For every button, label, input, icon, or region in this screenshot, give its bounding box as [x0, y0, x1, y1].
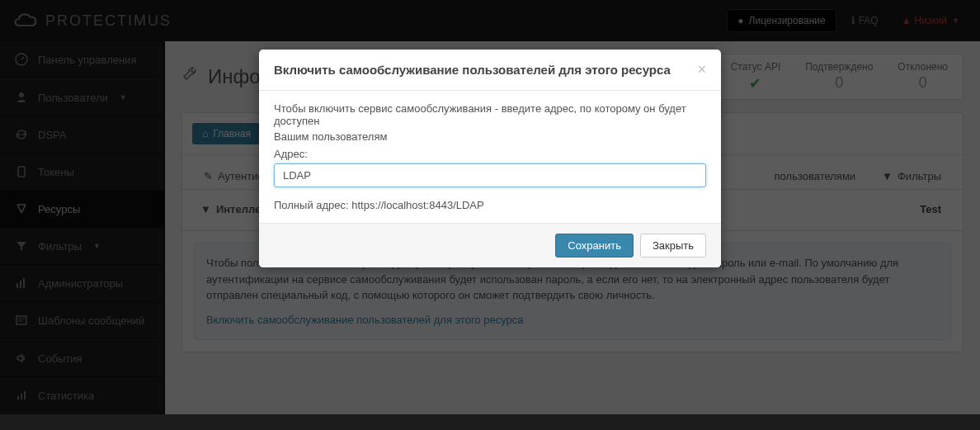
- full-address: Полный адрес: https://localhost:8443/LDA…: [274, 199, 706, 211]
- full-address-url: https://localhost:8443/LDAP: [351, 199, 483, 211]
- full-address-prefix: Полный адрес:: [274, 199, 351, 211]
- modal-body: Чтобы включить сервис самообслуживания -…: [259, 91, 721, 223]
- modal-footer: Сохранить Закрыть: [259, 223, 721, 267]
- address-label: Адрес:: [274, 148, 706, 160]
- close-icon[interactable]: ×: [697, 61, 706, 78]
- address-input[interactable]: [274, 163, 706, 187]
- modal-title: Включить самообслуживание пользователей …: [274, 63, 671, 77]
- modal-desc: Чтобы включить сервис самообслуживания -…: [274, 102, 706, 127]
- modal-header: Включить самообслуживание пользователей …: [259, 50, 721, 91]
- modal-desc: Вашим пользователям: [274, 130, 706, 143]
- save-button[interactable]: Сохранить: [555, 234, 634, 258]
- close-button[interactable]: Закрыть: [640, 234, 706, 258]
- selfservice-modal: Включить самообслуживание пользователей …: [259, 50, 721, 267]
